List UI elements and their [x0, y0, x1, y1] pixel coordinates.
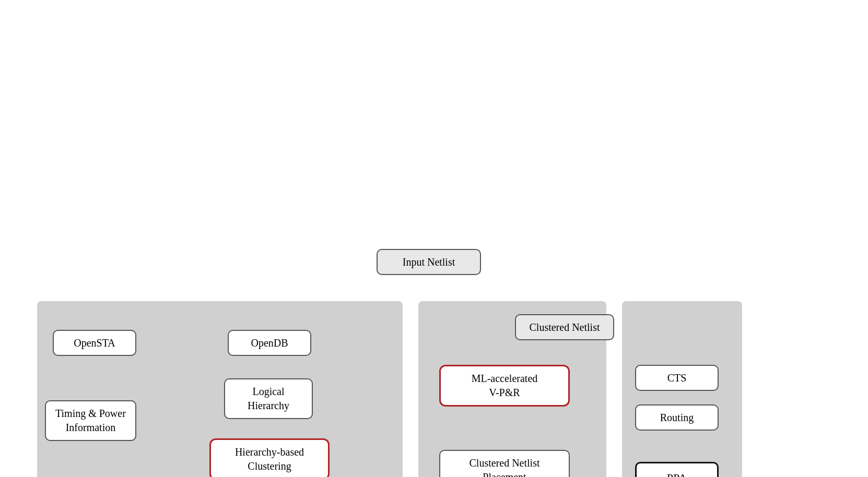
- opendb-node: OpenDB: [228, 330, 311, 356]
- ml-vpr-node: ML-acceleratedV-P&R: [439, 365, 570, 407]
- clustered-netlist-placement-node: Clustered NetlistPlacement: [439, 450, 570, 477]
- ppa-label: PPA: [635, 462, 719, 477]
- hierarchy-clustering-label: Hierarchy-basedClustering: [209, 438, 330, 477]
- input-netlist-label: Input Netlist: [377, 249, 481, 275]
- routing-node: Routing: [635, 404, 719, 431]
- logical-hierarchy-node: LogicalHierarchy: [224, 378, 313, 419]
- opensta-label: OpenSTA: [53, 330, 136, 356]
- timing-power-node: Timing & PowerInformation: [45, 400, 136, 441]
- opensta-node: OpenSTA: [53, 330, 136, 356]
- routing-label: Routing: [635, 404, 719, 431]
- ppa-panel: OpenSTA OpenDB LogicalHierarchy Timing &…: [37, 301, 403, 477]
- opendb-label: OpenDB: [228, 330, 311, 356]
- clustered-netlist-placement-label: Clustered NetlistPlacement: [439, 450, 570, 477]
- svg-marker-36: [796, 400, 803, 407]
- input-netlist-node: Input Netlist: [377, 249, 481, 275]
- cts-label: CTS: [635, 365, 719, 391]
- clustered-netlist-label: Clustered Netlist: [515, 314, 614, 340]
- cts-node: CTS: [635, 365, 719, 391]
- ppa-node: PPA: [635, 462, 719, 477]
- svg-marker-38: [796, 458, 803, 464]
- timing-power-label: Timing & PowerInformation: [45, 400, 136, 441]
- eval-panel: CTS Routing PPA HPWL Evaluation: [622, 301, 742, 477]
- panels-row: OpenSTA OpenDB LogicalHierarchy Timing &…: [37, 301, 742, 477]
- ml-vpr-label: ML-acceleratedV-P&R: [439, 365, 570, 407]
- clustered-netlist-node: Clustered Netlist: [515, 314, 614, 340]
- logical-hierarchy-label: LogicalHierarchy: [224, 378, 313, 419]
- hierarchy-clustering-node: Hierarchy-basedClustering: [209, 438, 330, 477]
